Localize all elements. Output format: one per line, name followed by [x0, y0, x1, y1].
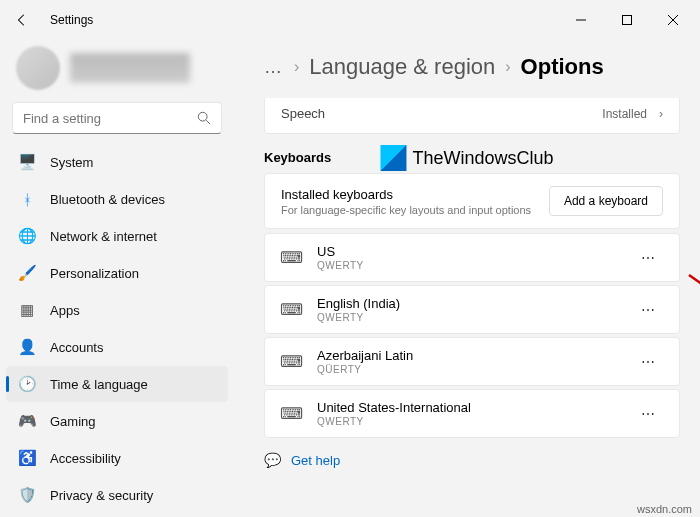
sidebar-item-bluetooth-devices[interactable]: ᚼBluetooth & devices — [6, 181, 228, 217]
nav-icon: 🌐 — [18, 227, 36, 245]
sidebar-item-time-language[interactable]: 🕑Time & language — [6, 366, 228, 402]
keyboards-section-title: Keyboards — [264, 150, 680, 165]
speech-label: Speech — [281, 106, 325, 121]
keyboard-icon: ⌨ — [281, 300, 301, 319]
get-help-link[interactable]: Get help — [291, 453, 340, 468]
minimize-button[interactable] — [558, 4, 604, 36]
search-box[interactable] — [12, 102, 222, 134]
annotation-arrow — [684, 270, 700, 390]
nav-icon: 🖥️ — [18, 153, 36, 171]
keyboard-icon: ⌨ — [281, 352, 301, 371]
main-content: … › Language & region › Options Speech I… — [234, 40, 700, 517]
keyboard-name: United States-International — [317, 400, 471, 415]
sidebar-item-network-internet[interactable]: 🌐Network & internet — [6, 218, 228, 254]
keyboard-layout: QWERTY — [317, 312, 400, 323]
sidebar-item-gaming[interactable]: 🎮Gaming — [6, 403, 228, 439]
nav-icon: 🕑 — [18, 375, 36, 393]
avatar — [16, 46, 60, 90]
keyboard-row: ⌨ Azerbaijani Latin QÜERTY ⋯ — [264, 337, 680, 386]
close-icon — [668, 15, 678, 25]
help-row: 💬 Get help — [264, 452, 680, 468]
nav-label: Personalization — [50, 266, 139, 281]
nav-label: System — [50, 155, 93, 170]
maximize-icon — [622, 15, 632, 25]
nav-icon: 👤 — [18, 338, 36, 356]
profile-header[interactable] — [6, 40, 228, 96]
nav-label: Accounts — [50, 340, 103, 355]
nav-label: Apps — [50, 303, 80, 318]
back-button[interactable] — [4, 2, 40, 38]
keyboard-row: ⌨ US QWERTY ⋯ — [264, 233, 680, 282]
keyboard-icon: ⌨ — [281, 404, 301, 423]
chevron-right-icon: › — [505, 58, 510, 76]
keyboard-name: Azerbaijani Latin — [317, 348, 413, 363]
svg-point-4 — [198, 112, 207, 121]
more-button[interactable]: ⋯ — [635, 246, 663, 270]
nav-label: Time & language — [50, 377, 148, 392]
minimize-icon — [576, 15, 586, 25]
chevron-right-icon: › — [294, 58, 299, 76]
speech-status: Installed — [602, 107, 647, 121]
nav-label: Accessibility — [50, 451, 121, 466]
sidebar-item-accessibility[interactable]: ♿Accessibility — [6, 440, 228, 476]
add-keyboard-button[interactable]: Add a keyboard — [549, 186, 663, 216]
keyboard-row: ⌨ United States-International QWERTY ⋯ — [264, 389, 680, 438]
sidebar: 🖥️SystemᚼBluetooth & devices🌐Network & i… — [0, 40, 234, 517]
nav-list: 🖥️SystemᚼBluetooth & devices🌐Network & i… — [6, 144, 228, 517]
sidebar-item-privacy-security[interactable]: 🛡️Privacy & security — [6, 477, 228, 513]
breadcrumb-current: Options — [521, 54, 604, 80]
more-button[interactable]: ⋯ — [635, 298, 663, 322]
profile-name — [70, 53, 190, 83]
more-button[interactable]: ⋯ — [635, 402, 663, 426]
sidebar-item-personalization[interactable]: 🖌️Personalization — [6, 255, 228, 291]
installed-keyboards-subtitle: For language-specific key layouts and in… — [281, 204, 531, 216]
nav-icon: ᚼ — [18, 190, 36, 208]
window-controls — [558, 4, 696, 36]
window-title: Settings — [50, 13, 93, 27]
close-button[interactable] — [650, 4, 696, 36]
nav-icon: 🛡️ — [18, 486, 36, 504]
title-bar: Settings — [0, 0, 700, 40]
svg-line-6 — [689, 275, 700, 370]
keyboard-layout: QWERTY — [317, 416, 471, 427]
sidebar-item-apps[interactable]: ▦Apps — [6, 292, 228, 328]
keyboard-layout: QWERTY — [317, 260, 364, 271]
keyboard-layout: QÜERTY — [317, 364, 413, 375]
nav-label: Network & internet — [50, 229, 157, 244]
sidebar-item-accounts[interactable]: 👤Accounts — [6, 329, 228, 365]
installed-keyboards-title: Installed keyboards — [281, 187, 531, 202]
search-input[interactable] — [23, 111, 197, 126]
keyboard-name: US — [317, 244, 364, 259]
nav-icon: ♿ — [18, 449, 36, 467]
maximize-button[interactable] — [604, 4, 650, 36]
nav-label: Privacy & security — [50, 488, 153, 503]
arrow-left-icon — [15, 13, 29, 27]
nav-label: Bluetooth & devices — [50, 192, 165, 207]
keyboard-row: ⌨ English (India) QWERTY ⋯ — [264, 285, 680, 334]
svg-rect-1 — [623, 16, 632, 25]
breadcrumb-parent[interactable]: Language & region — [309, 54, 495, 80]
breadcrumb-overflow[interactable]: … — [264, 57, 284, 78]
speech-row[interactable]: Speech Installed › — [264, 98, 680, 134]
installed-keyboards-card: Installed keyboards For language-specifi… — [264, 173, 680, 229]
nav-icon: 🖌️ — [18, 264, 36, 282]
nav-label: Gaming — [50, 414, 96, 429]
nav-icon: 🎮 — [18, 412, 36, 430]
more-button[interactable]: ⋯ — [635, 350, 663, 374]
search-icon — [197, 111, 211, 125]
sidebar-item-system[interactable]: 🖥️System — [6, 144, 228, 180]
keyboard-icon: ⌨ — [281, 248, 301, 267]
chevron-right-icon: › — [659, 107, 663, 121]
help-icon: 💬 — [264, 452, 281, 468]
breadcrumb: … › Language & region › Options — [264, 40, 680, 98]
svg-line-5 — [206, 120, 210, 124]
keyboard-name: English (India) — [317, 296, 400, 311]
nav-icon: ▦ — [18, 301, 36, 319]
keyboard-list: ⌨ US QWERTY ⋯ ⌨ English (India) QWERTY ⋯… — [264, 233, 680, 438]
